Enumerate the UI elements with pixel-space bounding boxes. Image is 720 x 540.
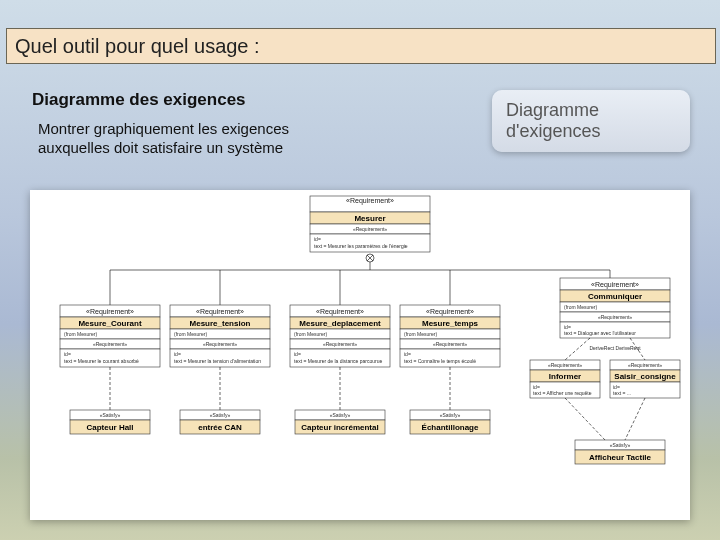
svg-text:text = Connaître le temps écou: text = Connaître le temps écoulé [404, 358, 476, 364]
svg-text:Capteur Hall: Capteur Hall [86, 423, 133, 432]
svg-text:id=: id= [64, 351, 71, 357]
diagram-type-callout: Diagramme d'exigences [492, 90, 690, 152]
svg-text:Informer: Informer [549, 372, 581, 381]
req-root: «Requirement» Mesurer «Requirement» id= … [310, 196, 430, 252]
svg-text:«Requirement»: «Requirement» [591, 281, 639, 289]
block-capteur-incremental: «Satisfy» Capteur incrémental [295, 410, 385, 434]
callout-line1: Diagramme [506, 100, 599, 120]
slide-title-bar: Quel outil pour quel usage : [6, 28, 716, 64]
diagram-svg: «Requirement» Mesurer «Requirement» id= … [30, 190, 690, 520]
svg-text:«Satisfy»: «Satisfy» [330, 412, 351, 418]
svg-text:«Requirement»: «Requirement» [353, 226, 387, 232]
desc-line2: auxquelles doit satisfaire un système [38, 139, 283, 156]
req-mesure-tension: «Requirement» Mesure_tension (from Mesur… [170, 305, 270, 367]
block-entree-can: «Satisfy» entrée CAN [180, 410, 260, 434]
diagram-description: Montrer graphiquement les exigences auxq… [38, 120, 388, 158]
svg-line-88 [565, 338, 590, 360]
svg-text:Capteur incrémental: Capteur incrémental [301, 423, 378, 432]
block-afficheur-tactile: «Satisfy» Afficheur Tactile [575, 440, 665, 464]
diagram-name-heading: Diagramme des exigences [32, 90, 246, 110]
svg-text:(from Mesurer): (from Mesurer) [294, 331, 327, 337]
svg-text:«Requirement»: «Requirement» [196, 308, 244, 316]
desc-line1: Montrer graphiquement les exigences [38, 120, 289, 137]
callout-line2: d'exigences [506, 121, 601, 141]
svg-text:«Satisfy»: «Satisfy» [610, 442, 631, 448]
requirement-diagram-canvas: «Requirement» Mesurer «Requirement» id= … [30, 190, 690, 520]
svg-text:Mesure_Courant: Mesure_Courant [78, 319, 141, 328]
svg-text:«Requirement»: «Requirement» [433, 341, 467, 347]
svg-text:«Requirement»: «Requirement» [426, 308, 474, 316]
req-informer: «Requirement» Informer id= text = Affich… [530, 360, 600, 398]
svg-text:«Requirement»: «Requirement» [86, 308, 134, 316]
svg-text:Saisir_consigne: Saisir_consigne [614, 372, 676, 381]
svg-text:Échantillonage: Échantillonage [422, 423, 479, 432]
req-communiquer: «Requirement» Communiquer (from Mesurer)… [560, 278, 670, 338]
svg-line-111 [625, 398, 645, 440]
svg-text:Mesure_tension: Mesure_tension [190, 319, 251, 328]
req-row: «Requirement» Mesure_Courant (from Mesur… [60, 305, 500, 367]
svg-text:Mesure_deplacement: Mesure_deplacement [299, 319, 381, 328]
svg-text:«Satisfy»: «Satisfy» [210, 412, 231, 418]
svg-text:text = Mesurer la tension d'al: text = Mesurer la tension d'alimentation [174, 358, 261, 364]
svg-text:(from Mesurer): (from Mesurer) [64, 331, 97, 337]
slide-title: Quel outil pour quel usage : [15, 35, 260, 58]
svg-text:«Satisfy»: «Satisfy» [100, 412, 121, 418]
svg-text:Communiquer: Communiquer [588, 292, 642, 301]
svg-text:text = Mesurer de la distance : text = Mesurer de la distance parcourue [294, 358, 382, 364]
svg-text:«Requirement»: «Requirement» [628, 362, 662, 368]
svg-line-110 [565, 398, 605, 440]
block-echantillonage: «Satisfy» Échantillonage [410, 410, 490, 434]
svg-text:Mesure_temps: Mesure_temps [422, 319, 479, 328]
svg-text:«Requirement»: «Requirement» [203, 341, 237, 347]
svg-text:Mesurer: Mesurer [354, 214, 385, 223]
req-saisir-consigne: «Requirement» Saisir_consigne id= text =… [610, 360, 680, 398]
svg-text:id=: id= [404, 351, 411, 357]
svg-text:«Satisfy»: «Satisfy» [440, 412, 461, 418]
svg-text:id=: id= [294, 351, 301, 357]
svg-text:(from Mesurer): (from Mesurer) [174, 331, 207, 337]
svg-text:«Requirement»: «Requirement» [323, 341, 357, 347]
svg-text:text = Mesurer le courant abso: text = Mesurer le courant absorbé [64, 358, 139, 364]
svg-text:id=: id= [314, 236, 321, 242]
svg-text:id=: id= [174, 351, 181, 357]
svg-text:«Requirement»: «Requirement» [548, 362, 582, 368]
derive-label: DeriveRect DeriveReqt [589, 345, 641, 351]
svg-text:text = ...: text = ... [613, 390, 631, 396]
svg-text:text = Afficher une requête: text = Afficher une requête [533, 390, 592, 396]
req-mesure-temps: «Requirement» Mesure_temps (from Mesurer… [400, 305, 500, 367]
svg-text:«Requirement»: «Requirement» [93, 341, 127, 347]
svg-text:(from Mesurer): (from Mesurer) [564, 304, 597, 310]
svg-text:«Requirement»: «Requirement» [598, 314, 632, 320]
req-mesure-deplacement: «Requirement» Mesure_deplacement (from M… [290, 305, 390, 367]
svg-text:Afficheur Tactile: Afficheur Tactile [589, 453, 652, 462]
req-mesure-courant: «Requirement» Mesure_Courant (from Mesur… [60, 305, 160, 367]
containment-lines [110, 254, 610, 305]
svg-text:«Requirement»: «Requirement» [346, 197, 394, 205]
svg-text:«Requirement»: «Requirement» [316, 308, 364, 316]
svg-text:entrée CAN: entrée CAN [198, 423, 242, 432]
satisfy-lines [110, 367, 450, 410]
svg-text:(from Mesurer): (from Mesurer) [404, 331, 437, 337]
svg-text:text = Mesurer les paramètres : text = Mesurer les paramètres de l'énerg… [314, 243, 408, 249]
block-capteur-hall: «Satisfy» Capteur Hall [70, 410, 150, 434]
svg-text:text = Dialoguer avec l'utilis: text = Dialoguer avec l'utilisateur [564, 330, 636, 336]
